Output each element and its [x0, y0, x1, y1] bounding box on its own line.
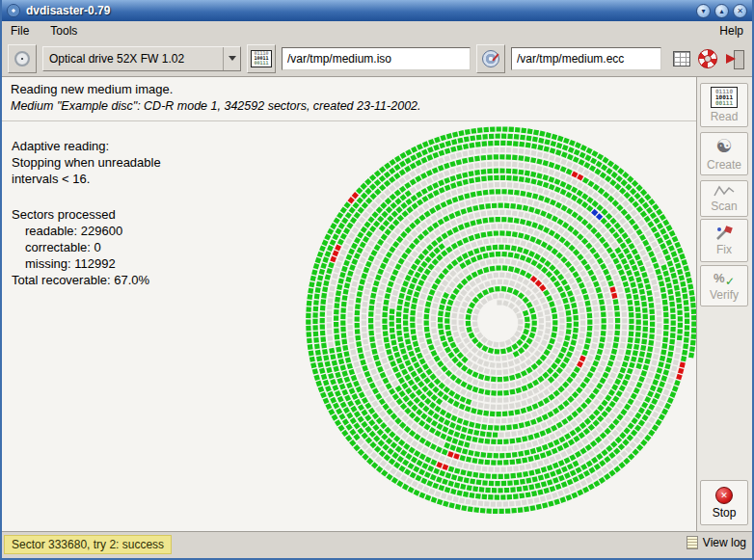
combo-arrow-icon[interactable] — [223, 47, 240, 70]
app-icon — [7, 4, 20, 17]
adaptive-reading-heading: Adaptive reading: — [12, 138, 161, 154]
disc-spiral-canvas — [299, 121, 700, 522]
log-icon — [687, 536, 698, 549]
total-recoverable-row: Total recoverable: 67.0% — [12, 272, 161, 288]
binary-file-icon: 01110 10011 00111 — [251, 50, 272, 67]
disc-drive-icon — [14, 51, 30, 67]
create-button[interactable]: ☯ Create — [700, 132, 748, 175]
missing-row: missing: 112992 — [12, 255, 161, 272]
readable-row: readable: 229600 — [12, 223, 161, 239]
iso-path-input[interactable] — [282, 47, 471, 70]
action-sidebar: 01110 10011 00111 Read ☯ Create Scan Fix — [696, 77, 752, 531]
scan-chart-icon — [714, 185, 735, 198]
ecc-disc-icon — [482, 50, 499, 67]
drive-select-button[interactable] — [8, 44, 37, 73]
menu-tools[interactable]: Tools — [48, 23, 79, 39]
verify-button-label: Verify — [710, 288, 739, 302]
stop-button-label: Stop — [713, 506, 737, 520]
menubar: File Tools Help — [2, 21, 752, 40]
titlebar: dvdisaster-0.79 ▾ ▴ ✕ — [2, 0, 752, 21]
maximize-button[interactable]: ▴ — [714, 4, 729, 18]
window-title: dvdisaster-0.79 — [26, 4, 110, 17]
stop-condition-line1: Stopping when unreadable — [12, 154, 161, 171]
status-message: Sector 333680, try 2: success — [4, 535, 172, 554]
menu-file[interactable]: File — [9, 23, 31, 39]
drive-combo[interactable]: Optical drive 52X FW 1.02 — [42, 46, 241, 71]
read-binary-icon: 01110 10011 00111 — [711, 87, 738, 108]
fix-tools-icon — [714, 226, 734, 241]
view-log-label: View log — [703, 536, 746, 549]
view-log-button[interactable]: View log — [687, 536, 746, 549]
adaptive-reading-stats: Adaptive reading: Stopping when unreadab… — [12, 138, 161, 288]
window-controls: ▾ ▴ ✕ — [696, 4, 747, 18]
read-button[interactable]: 01110 10011 00111 Read — [700, 83, 748, 127]
menu-help[interactable]: Help — [717, 23, 745, 39]
content-area: Reading new medium image. Medium "Exampl… — [2, 77, 696, 531]
read-button-label: Read — [711, 110, 739, 123]
drive-combo-value: Optical drive 52X FW 1.02 — [43, 52, 223, 66]
fix-button-label: Fix — [716, 243, 732, 256]
stop-button[interactable]: ✕ Stop — [700, 480, 748, 525]
close-button[interactable]: ✕ — [733, 4, 747, 18]
info-panel: Reading new medium image. Medium "Exampl… — [2, 77, 696, 121]
preferences-icon[interactable] — [673, 51, 690, 67]
scan-button[interactable]: Scan — [700, 180, 748, 217]
stop-icon: ✕ — [715, 487, 733, 504]
verify-icon: % ✓ — [714, 271, 735, 286]
fix-button[interactable]: Fix — [700, 219, 748, 262]
yinyang-icon: ☯ — [715, 137, 732, 156]
scan-button-label: Scan — [711, 200, 737, 213]
create-button-label: Create — [707, 158, 741, 172]
minimize-button[interactable]: ▾ — [696, 4, 711, 18]
ecc-path-input[interactable] — [511, 47, 661, 70]
medium-info-line: Medium "Example disc": CD-R mode 1, 3425… — [11, 99, 687, 113]
toolbar: Optical drive 52X FW 1.02 01110 10011 00… — [2, 40, 752, 77]
quit-icon[interactable] — [725, 50, 744, 67]
help-lifebelt-icon[interactable] — [698, 49, 717, 68]
verify-button[interactable]: % ✓ Verify — [700, 265, 748, 307]
statusbar: Sector 333680, try 2: success View log — [2, 531, 752, 556]
stop-condition-line2: intervals < 16. — [12, 171, 161, 187]
iso-image-button[interactable]: 01110 10011 00111 — [247, 44, 276, 73]
sectors-processed-heading: Sectors processed — [12, 206, 161, 223]
toolbar-right-icons — [673, 49, 746, 68]
action-status-line: Reading new medium image. — [11, 82, 687, 96]
app-window: dvdisaster-0.79 ▾ ▴ ✕ File Tools Help Op… — [0, 0, 754, 560]
correctable-row: correctable: 0 — [12, 239, 161, 255]
ecc-file-button[interactable] — [476, 44, 505, 73]
